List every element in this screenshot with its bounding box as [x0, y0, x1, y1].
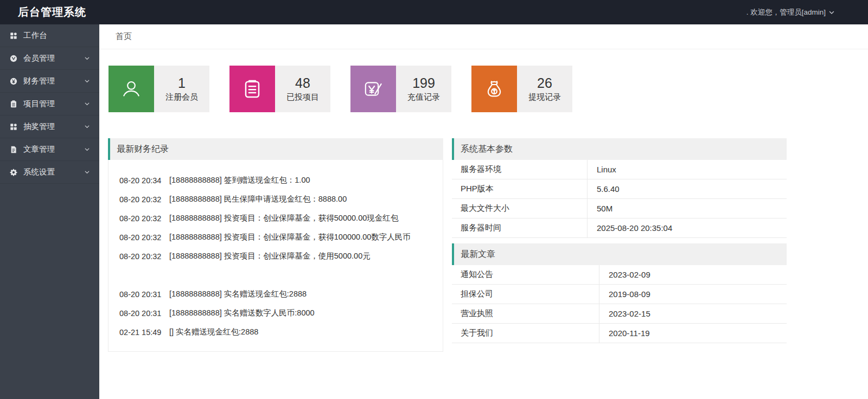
clipboard-icon	[9, 100, 18, 108]
stat-card[interactable]: 48 已投项目	[229, 66, 330, 112]
chevron-down-icon	[84, 55, 91, 62]
param-value: 2025-08-20 20:35:04	[588, 218, 787, 237]
latest-articles-table: 通知公告 2023-02-09 担保公司 2019-08-09 营业执照	[452, 265, 787, 343]
document-icon	[9, 145, 18, 154]
sidebar-item[interactable]: 财务管理	[0, 70, 99, 93]
table-row: 服务器环境 Linux	[452, 160, 787, 179]
gear-icon	[9, 168, 18, 177]
main-content: 首页 1 注册会员 48 已投项目	[99, 24, 868, 399]
system-params-title: 系统基本参数	[452, 138, 787, 160]
chevron-down-icon	[84, 146, 91, 153]
article-title: 营业执照	[452, 304, 599, 323]
record-time: 02-21 15:49	[119, 328, 169, 337]
stat-card[interactable]: 1 注册会员	[108, 66, 209, 112]
table-row: 关于我们 2020-11-19	[452, 324, 787, 343]
breadcrumb: 首页	[99, 24, 868, 49]
money-bag-icon	[471, 66, 517, 112]
article-date: 2019-08-09	[599, 285, 787, 304]
chevron-down-icon	[84, 169, 91, 176]
param-label: 服务器时间	[452, 218, 588, 237]
stat-cards-row: 1 注册会员 48 已投项目 199 充值记录	[108, 66, 859, 112]
yen-edit-icon	[350, 66, 396, 112]
finance-record: 08-20 20:31 [18888888888] 实名赠送现金红包:2888	[108, 285, 443, 304]
finance-coin-icon	[9, 77, 18, 86]
record-text: [18888888888] 签到赠送现金红包：1.00	[169, 175, 443, 185]
article-date: 2023-02-09	[599, 265, 787, 284]
record-time: 08-20 20:32	[119, 252, 169, 261]
record-time: 08-20 20:31	[119, 290, 169, 299]
sidebar-item-label: 抽奖管理	[23, 121, 84, 132]
system-params-table: 服务器环境 Linux PHP版本 5.6.40 最大文件大小 50	[452, 160, 787, 238]
finance-record: 08-20 20:31 [18888888888] 实名赠送数字人民币:8000	[108, 304, 443, 323]
stat-label: 已投项目	[286, 92, 319, 102]
table-row: 通知公告 2023-02-09	[452, 265, 787, 285]
sidebar-item-label: 财务管理	[23, 76, 84, 86]
article-title: 关于我们	[452, 324, 599, 343]
record-text: [18888888888] 投资项目：创业保障基金，使用5000.00元	[169, 251, 443, 261]
top-header: 后台管理系统 . 欢迎您，管理员[admin]	[0, 0, 868, 24]
chevron-down-icon	[84, 123, 91, 130]
table-row: 担保公司 2019-08-09	[452, 285, 787, 304]
record-text: [18888888888] 投资项目：创业保障基金，获得50000.00现金红包	[169, 213, 443, 223]
record-time: 08-20 20:31	[119, 309, 169, 318]
stat-label: 注册会员	[165, 92, 198, 102]
user-icon	[108, 66, 154, 112]
article-date: 2023-02-15	[599, 304, 787, 323]
app-title: 后台管理系统	[18, 5, 86, 20]
stat-value: 1	[178, 75, 186, 91]
breadcrumb-home[interactable]: 首页	[116, 31, 132, 42]
param-label: 最大文件大小	[452, 199, 588, 218]
record-time: 08-20 20:32	[119, 195, 169, 204]
sidebar-item[interactable]: 系统设置	[0, 161, 99, 184]
chevron-down-icon	[84, 78, 91, 85]
stat-card[interactable]: 26 提现记录	[471, 66, 572, 112]
stat-label: 提现记录	[528, 92, 561, 102]
stat-value: 48	[295, 75, 310, 91]
param-value: 5.6.40	[588, 179, 787, 198]
dashboard-grid-icon	[9, 31, 18, 40]
finance-record: 08-20 20:32 [18888888888] 投资项目：创业保障基金，获得…	[108, 228, 443, 247]
record-time: 08-20 20:32	[119, 233, 169, 242]
sidebar-item[interactable]: 项目管理	[0, 93, 99, 115]
stat-card[interactable]: 199 充值记录	[350, 66, 451, 112]
param-label: PHP版本	[452, 179, 588, 198]
table-row: PHP版本 5.6.40	[452, 179, 787, 199]
sidebar-item[interactable]: 工作台	[0, 24, 99, 47]
record-text: [18888888888] 实名赠送数字人民币:8000	[169, 308, 443, 318]
record-time: 08-20 20:32	[119, 214, 169, 223]
sidebar-item[interactable]: 抽奖管理	[0, 115, 99, 138]
param-label: 服务器环境	[452, 160, 588, 179]
finance-panel-title: 最新财务纪录	[108, 138, 443, 160]
system-params-panel: 系统基本参数 服务器环境 Linux PHP版本 5.6.40	[452, 138, 787, 238]
article-date: 2020-11-19	[599, 324, 787, 343]
finance-record: 08-20 20:32 [18888888888] 投资项目：创业保障基金，使用…	[108, 247, 443, 266]
sidebar-item-label: 系统设置	[23, 167, 84, 177]
table-row: 最大文件大小 50M	[452, 199, 787, 218]
user-greeting: . 欢迎您，管理员[admin]	[746, 8, 826, 17]
member-badge-icon	[9, 54, 18, 63]
param-value: 50M	[588, 199, 787, 218]
sidebar-item[interactable]: 文章管理	[0, 138, 99, 161]
user-menu[interactable]: . 欢迎您，管理员[admin]	[746, 8, 835, 17]
article-title: 通知公告	[452, 265, 599, 284]
finance-record: 08-20 20:32 [18888888888] 投资项目：创业保障基金，获得…	[108, 209, 443, 228]
stat-label: 充值记录	[407, 92, 440, 102]
record-text: [18888888888] 实名赠送现金红包:2888	[169, 289, 443, 299]
record-text: [18888888888] 民生保障申请送现金红包：8888.00	[169, 194, 443, 204]
table-row: 营业执照 2023-02-15	[452, 304, 787, 324]
stat-value: 199	[412, 75, 435, 91]
record-text: [18888888888] 投资项目：创业保障基金，获得100000.00数字人…	[169, 232, 443, 242]
finance-record: 02-21 15:49 [] 实名赠送现金红包:2888	[108, 323, 443, 342]
param-value: Linux	[588, 160, 787, 179]
sidebar: 工作台 会员管理 财务管理 项目管理 抽	[0, 24, 99, 399]
sidebar-item[interactable]: 会员管理	[0, 47, 99, 70]
sidebar-item-label: 文章管理	[23, 144, 84, 155]
finance-record-list: 08-20 20:34 [18888888888] 签到赠送现金红包：1.00 …	[108, 160, 443, 352]
article-title: 担保公司	[452, 285, 599, 304]
table-row: 服务器时间 2025-08-20 20:35:04	[452, 218, 787, 238]
sidebar-item-label: 会员管理	[23, 53, 84, 63]
sidebar-item-label: 工作台	[23, 30, 84, 41]
latest-articles-panel: 最新文章 通知公告 2023-02-09 担保公司 2019-08-09	[452, 243, 787, 343]
finance-record	[108, 266, 443, 285]
record-text: [] 实名赠送现金红包:2888	[169, 327, 443, 337]
